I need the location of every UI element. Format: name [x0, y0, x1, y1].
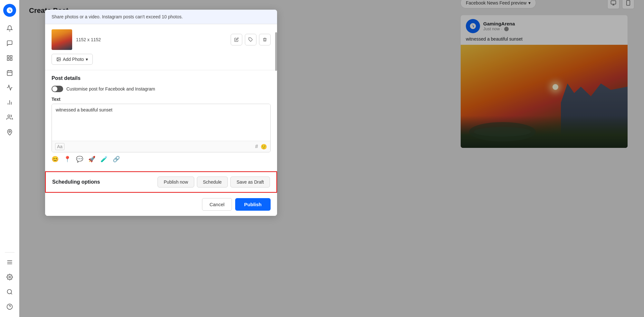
image-row: 1152 x 1152 [52, 29, 271, 50]
sidebar-item-pages[interactable] [3, 52, 16, 64]
sidebar-item-help[interactable] [3, 300, 16, 313]
customise-toggle[interactable] [52, 86, 63, 92]
svg-point-16 [9, 276, 10, 278]
emoji-smiley-icon[interactable]: 😊 [52, 156, 59, 163]
toggle-knob [52, 86, 57, 91]
publish-button[interactable]: Publish [235, 198, 271, 211]
svg-rect-0 [7, 56, 9, 58]
svg-rect-1 [10, 56, 12, 58]
image-size-text: 1152 x 1152 [76, 37, 227, 42]
scroll-indicator [275, 32, 277, 71]
dialog-footer: Cancel Publish [45, 193, 277, 216]
image-thumbnail [52, 29, 72, 50]
emoji-icon[interactable]: 🙂 [261, 144, 267, 150]
share-info-bar: Share photos or a video. Instagram posts… [45, 10, 277, 24]
add-photo-label: Add Photo [63, 57, 84, 62]
location-pin-icon[interactable]: 📍 [64, 156, 71, 163]
emoji-toolbar: 😊 📍 💬 🚀 🧪 🔗 [52, 152, 271, 166]
dialog-overlay: Share photos or a video. Instagram posts… [19, 0, 644, 317]
sidebar-item-people[interactable] [3, 111, 16, 124]
sidebar-item-analytics[interactable] [3, 96, 16, 109]
messenger-icon[interactable]: 💬 [76, 156, 83, 163]
post-details-title: Post details [52, 75, 271, 81]
customise-label: Customise post for Facebook and Instagra… [66, 86, 155, 91]
sidebar-item-notifications[interactable] [3, 22, 16, 35]
sidebar [0, 0, 19, 317]
hashtag-icon[interactable]: # [255, 144, 258, 150]
svg-rect-3 [7, 59, 9, 61]
ab-test-icon[interactable]: 🧪 [101, 156, 108, 163]
text-area-icons-right: # 🙂 [255, 144, 267, 150]
text-format-icon[interactable]: Aa [55, 143, 64, 150]
text-area-toolbar: Aa # 🙂 [52, 141, 270, 152]
cancel-button[interactable]: Cancel [202, 198, 232, 211]
main-content: Create Post Facebook News Feed preview ▾ [19, 0, 644, 317]
image-section: 1152 x 1152 Add [45, 24, 277, 70]
svg-line-18 [11, 293, 12, 294]
svg-point-11 [8, 115, 10, 117]
post-text-input[interactable] [52, 104, 270, 139]
image-actions [231, 34, 271, 45]
publish-now-button[interactable]: Publish now [158, 177, 194, 187]
add-photo-chevron: ▾ [86, 57, 88, 62]
svg-point-17 [7, 290, 11, 294]
text-area-wrapper: Aa # 🙂 [52, 104, 271, 152]
sidebar-item-messages[interactable] [3, 37, 16, 50]
sidebar-item-calendar[interactable] [3, 66, 16, 79]
scheduling-section: Scheduling options Publish now Schedule … [45, 171, 277, 193]
edit-image-button[interactable] [231, 34, 242, 45]
add-photo-button[interactable]: Add Photo ▾ [52, 54, 93, 65]
svg-point-12 [9, 131, 10, 132]
svg-point-28 [58, 58, 58, 59]
dialog-panel: Share photos or a video. Instagram posts… [45, 10, 277, 216]
image-thumb-inner [52, 29, 72, 50]
post-details-section: Post details Customise post for Facebook… [45, 70, 277, 171]
boost-icon[interactable]: 🚀 [88, 156, 95, 163]
sidebar-item-campaigns[interactable] [3, 81, 16, 94]
sidebar-item-location[interactable] [3, 126, 16, 139]
scheduling-buttons: Publish now Schedule Save as Draft [158, 177, 270, 187]
sidebar-item-settings[interactable] [3, 271, 16, 283]
sidebar-divider [5, 252, 14, 253]
text-label: Text [52, 97, 271, 102]
svg-rect-2 [10, 59, 12, 61]
delete-image-button[interactable] [259, 34, 271, 45]
save-as-draft-button[interactable]: Save as Draft [230, 177, 270, 187]
link-icon[interactable]: 🔗 [113, 156, 120, 163]
sidebar-item-search[interactable] [3, 285, 16, 298]
sidebar-logo[interactable] [3, 4, 16, 17]
tag-image-button[interactable] [245, 34, 256, 45]
customise-row: Customise post for Facebook and Instagra… [52, 86, 271, 92]
svg-rect-4 [7, 71, 12, 75]
scheduling-label: Scheduling options [52, 179, 100, 185]
sidebar-item-menu[interactable] [3, 256, 16, 269]
schedule-button[interactable]: Schedule [197, 177, 228, 187]
